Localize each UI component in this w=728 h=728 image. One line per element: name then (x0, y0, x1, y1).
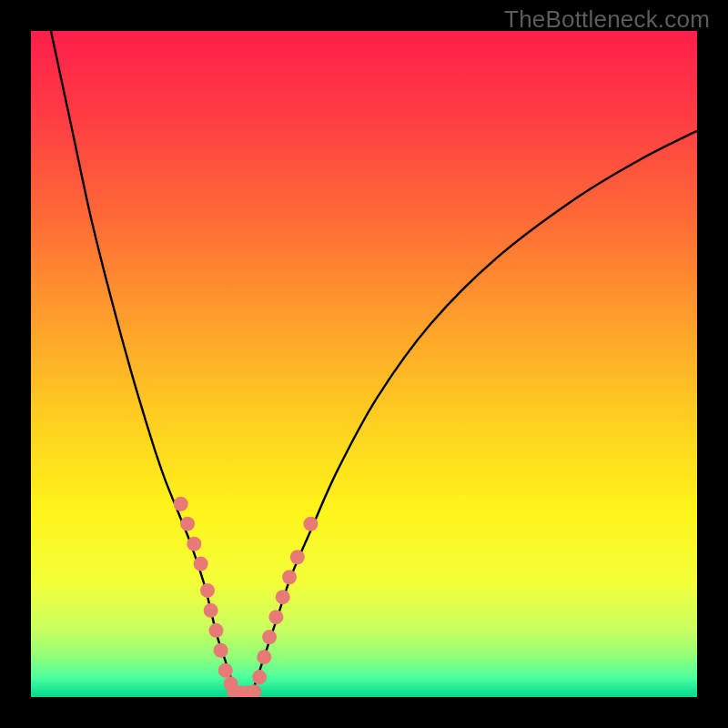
chart-frame: TheBottleneck.com (0, 0, 728, 728)
data-point (276, 590, 290, 604)
data-point (282, 570, 297, 584)
data-point (194, 557, 208, 571)
data-point (218, 663, 233, 678)
data-point (204, 603, 218, 618)
watermark-text: TheBottleneck.com (504, 5, 710, 34)
curves-layer (31, 31, 697, 697)
data-point (290, 550, 305, 564)
data-point (214, 643, 228, 658)
data-point (180, 517, 195, 531)
data-points (174, 497, 318, 697)
data-point (268, 610, 283, 624)
data-point (303, 517, 318, 531)
data-point (262, 630, 277, 644)
plot-area (31, 31, 697, 697)
data-point (174, 497, 188, 511)
data-point (252, 670, 267, 684)
data-point (200, 583, 215, 598)
data-point (187, 537, 201, 551)
data-point (257, 650, 271, 664)
data-point (209, 623, 224, 638)
curve-right (251, 131, 697, 697)
